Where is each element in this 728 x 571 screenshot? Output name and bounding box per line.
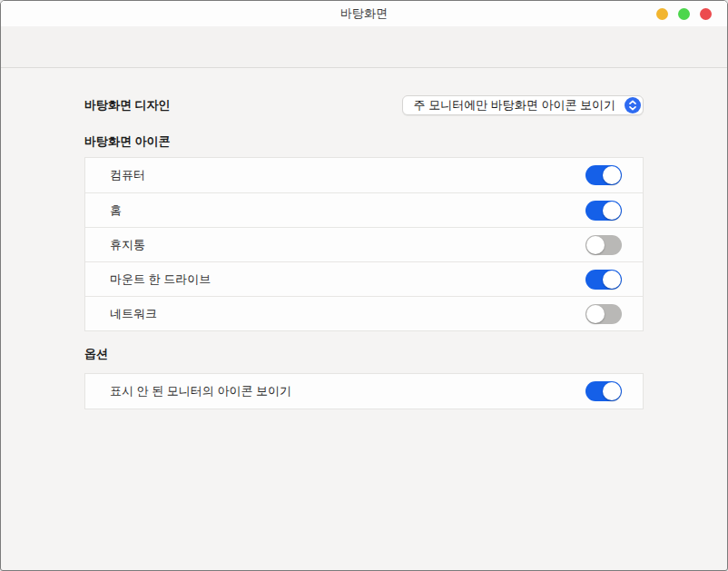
list-item-label: 홈 xyxy=(110,202,122,219)
toggle-knob xyxy=(603,382,621,400)
dropdown-selected-value: 주 모니터에만 바탕화면 아이콘 보이기 xyxy=(414,97,625,113)
list-item: 휴지통 xyxy=(85,227,643,261)
toggle-switch[interactable] xyxy=(585,270,622,290)
titlebar: 바탕화면 xyxy=(1,1,727,26)
maximize-button[interactable] xyxy=(678,8,690,20)
toggle-switch[interactable] xyxy=(585,381,622,401)
list-item-label: 네트워크 xyxy=(110,306,157,322)
close-button[interactable] xyxy=(700,8,712,20)
settings-content: 바탕화면 디자인 주 모니터에만 바탕화면 아이콘 보이기 바탕화면 아이콘 컴… xyxy=(1,68,727,409)
list-item: 컴퓨터 xyxy=(85,158,643,192)
desktop-design-label: 바탕화면 디자인 xyxy=(84,97,171,113)
toggle-knob xyxy=(603,166,621,184)
toggle-knob xyxy=(603,271,621,289)
list-item: 홈 xyxy=(85,192,643,227)
options-list: 표시 안 된 모니터의 아이콘 보이기 xyxy=(84,373,644,409)
toggle-knob xyxy=(603,202,621,220)
toggle-switch[interactable] xyxy=(585,304,622,324)
options-section-label: 옵션 xyxy=(84,346,644,362)
list-item-label: 컴퓨터 xyxy=(110,167,145,183)
toggle-knob xyxy=(586,305,605,323)
settings-window: 바탕화면 바탕화면 디자인 주 모니터에만 바탕화면 아이콘 보이기 xyxy=(0,0,728,571)
toggle-switch[interactable] xyxy=(585,201,622,221)
list-item-label: 표시 안 된 모니터의 아이콘 보이기 xyxy=(110,383,291,399)
list-item-label: 휴지통 xyxy=(110,237,145,253)
chevron-up-down-icon xyxy=(625,97,641,113)
window-controls xyxy=(656,1,712,26)
window-title: 바탕화면 xyxy=(340,5,388,22)
toolbar-strip xyxy=(1,26,727,68)
list-item: 네트워크 xyxy=(85,296,643,330)
list-item-label: 마운트 한 드라이브 xyxy=(110,271,211,288)
desktop-design-dropdown[interactable]: 주 모니터에만 바탕화면 아이콘 보이기 xyxy=(402,95,644,115)
list-item: 마운트 한 드라이브 xyxy=(85,261,643,296)
desktop-design-row: 바탕화면 디자인 주 모니터에만 바탕화면 아이콘 보이기 xyxy=(84,95,644,115)
list-item: 표시 안 된 모니터의 아이콘 보이기 xyxy=(85,374,643,409)
toggle-switch[interactable] xyxy=(585,165,622,185)
desktop-icons-list: 컴퓨터 홈 휴지통 xyxy=(84,157,644,331)
toggle-knob xyxy=(586,236,605,254)
toggle-switch[interactable] xyxy=(585,235,622,255)
minimize-button[interactable] xyxy=(656,8,668,20)
desktop-icons-section-label: 바탕화면 아이콘 xyxy=(84,133,644,150)
